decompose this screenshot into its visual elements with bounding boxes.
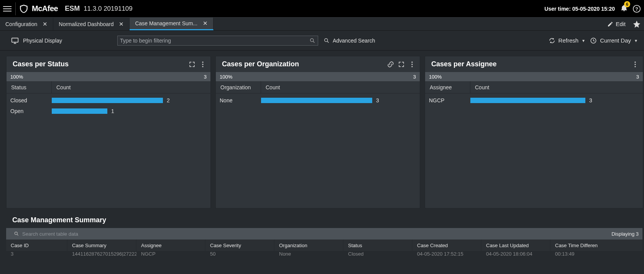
notifications-button[interactable]: 6 <box>620 4 628 13</box>
row-value: 3 <box>376 97 379 103</box>
column-header[interactable]: Organization <box>274 240 343 251</box>
column-header[interactable]: Status <box>343 240 412 251</box>
grid-header: Organization Count <box>216 81 420 94</box>
chevron-down-icon: ▾ <box>635 38 637 43</box>
total-count: 3 <box>636 74 639 80</box>
star-icon <box>632 20 641 28</box>
bar-row[interactable]: Open 1 <box>10 106 207 116</box>
search-icon <box>324 38 330 44</box>
svg-point-3 <box>310 38 314 41</box>
column-header[interactable]: Case Last Updated <box>481 240 550 251</box>
display-mode-label: Physical Display <box>23 38 62 44</box>
pencil-icon <box>607 21 613 27</box>
grid-header: Assignee Count <box>425 81 643 94</box>
percent-bar: 100% 3 <box>425 72 643 81</box>
refresh-button[interactable]: Refresh ▾ <box>549 37 585 44</box>
bar-fill <box>470 98 585 103</box>
cell-severity: 50 <box>205 251 274 256</box>
percent-label: 100% <box>429 74 442 80</box>
column-header[interactable]: Organization <box>216 81 261 93</box>
table-search-input[interactable] <box>22 231 608 237</box>
edit-label: Edit <box>616 21 626 27</box>
panel-header: Cases per Assignee <box>425 56 643 72</box>
more-icon[interactable] <box>631 61 639 68</box>
more-icon[interactable] <box>408 61 416 68</box>
close-icon[interactable]: ✕ <box>43 21 48 28</box>
grid-body: None 3 <box>216 94 420 109</box>
row-value: 1 <box>111 108 114 114</box>
bar-row[interactable]: NGCP 3 <box>429 95 640 106</box>
total-count: 3 <box>204 74 207 80</box>
percent-bar: 100% 3 <box>7 72 210 81</box>
row-label: None <box>220 97 261 103</box>
notification-badge: 6 <box>624 1 630 7</box>
column-header[interactable]: Assignee <box>136 240 205 251</box>
svg-point-12 <box>634 61 636 62</box>
percent-label: 100% <box>10 74 23 80</box>
row-value: 3 <box>589 97 592 103</box>
column-header[interactable]: Count <box>470 81 643 93</box>
more-icon[interactable] <box>199 61 207 68</box>
column-header[interactable]: Assignee <box>425 81 470 93</box>
app-name: ESM <box>65 5 80 13</box>
svg-point-15 <box>15 232 17 235</box>
svg-text:?: ? <box>635 6 638 11</box>
divider <box>15 2 16 15</box>
help-icon[interactable]: ? <box>632 5 641 13</box>
tab-strip: Configuration ✕ Normalized Dashboard ✕ C… <box>0 18 644 31</box>
filter-input[interactable] <box>120 38 309 44</box>
column-header[interactable]: Case ID <box>6 240 67 251</box>
bar-fill <box>52 108 107 114</box>
row-label: Open <box>10 108 52 114</box>
close-icon[interactable]: ✕ <box>203 20 208 27</box>
cell-assignee: NGCP <box>136 251 205 256</box>
cell-organization: None <box>274 251 343 256</box>
svg-point-6 <box>202 61 203 62</box>
edit-button[interactable]: Edit <box>602 18 631 30</box>
total-count: 3 <box>413 74 416 80</box>
search-icon <box>14 231 19 236</box>
chevron-down-icon: ▾ <box>582 38 585 43</box>
svg-point-13 <box>634 64 636 65</box>
tab-case-management-summary[interactable]: Case Management Sum... ✕ <box>130 18 214 30</box>
column-header[interactable]: Case Time Differen <box>550 240 604 251</box>
menu-icon[interactable] <box>3 5 12 13</box>
favorite-button[interactable] <box>631 18 644 30</box>
cell-case-summary: 144116287627015296|27222254 <box>67 251 136 256</box>
expand-icon[interactable] <box>398 61 405 68</box>
cell-status: Closed <box>343 251 412 256</box>
expand-icon[interactable] <box>188 61 196 68</box>
app-version: 11.3.0 20191109 <box>84 5 133 13</box>
column-header[interactable]: Case Severity <box>205 240 274 251</box>
toolbar: Physical Display Advanced Search Refresh… <box>0 31 644 51</box>
panel-title: Cases per Status <box>13 60 69 68</box>
bar-row[interactable]: Closed 2 <box>10 95 207 106</box>
cell-updated: 04-05-2020 18:06:04 <box>481 251 550 256</box>
advanced-search-button[interactable]: Advanced Search <box>324 38 375 44</box>
cell-created: 04-05-2020 17:52:15 <box>412 251 481 256</box>
column-header[interactable]: Status <box>7 81 52 93</box>
refresh-label: Refresh <box>559 37 579 44</box>
display-mode-button[interactable]: Physical Display <box>11 37 62 44</box>
panel-cases-per-status: Cases per Status 100% 3 Status Count Clo… <box>6 56 211 208</box>
tab-configuration[interactable]: Configuration ✕ <box>0 18 53 30</box>
time-range-button[interactable]: Current Day ▾ <box>590 37 637 44</box>
close-icon[interactable]: ✕ <box>119 21 124 28</box>
panel-title: Case Management Summary <box>6 214 642 228</box>
search-icon[interactable] <box>309 38 315 44</box>
monitor-icon <box>11 37 19 44</box>
percent-bar: 100% 3 <box>216 72 420 81</box>
column-header[interactable]: Case Created <box>412 240 481 251</box>
svg-rect-2 <box>12 38 18 42</box>
column-header[interactable]: Case Summary <box>67 240 136 251</box>
column-header[interactable]: Count <box>52 81 210 93</box>
column-header[interactable]: Count <box>261 81 420 93</box>
tab-normalized-dashboard[interactable]: Normalized Dashboard ✕ <box>53 18 130 30</box>
table-row[interactable]: 3 144116287627015296|27222254 NGCP 50 No… <box>6 251 642 256</box>
panel-header: Cases per Status <box>7 56 210 72</box>
grid-body: NGCP 3 <box>425 94 643 109</box>
link-icon[interactable] <box>387 61 394 68</box>
bar-row[interactable]: None 3 <box>220 95 417 106</box>
displaying-count: Displaying 3 <box>611 231 639 237</box>
panel-header: Cases per Organization <box>216 56 420 72</box>
